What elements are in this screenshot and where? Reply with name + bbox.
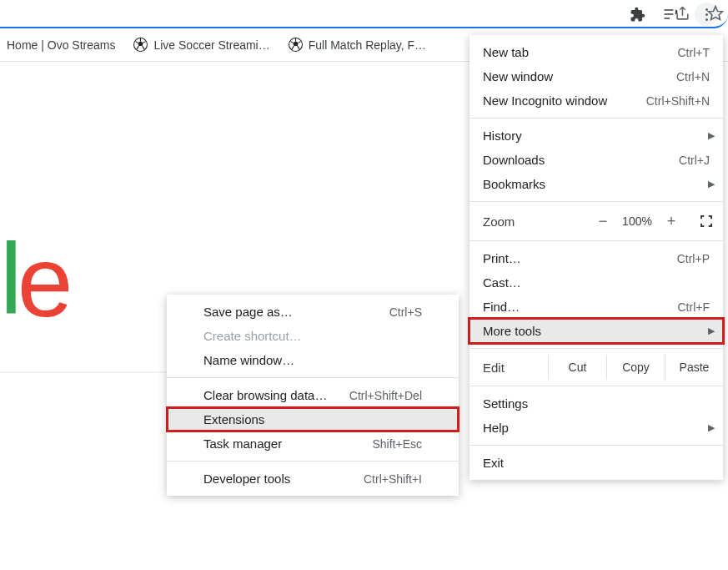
separator — [469, 386, 723, 386]
menu-label: Save page as… — [203, 305, 293, 319]
bookmark-label: Home | Ovo Streams — [7, 38, 115, 52]
shortcut: Ctrl+P — [677, 252, 710, 265]
menu-label: Edit — [483, 361, 505, 375]
chevron-right-icon: ▶ — [708, 130, 715, 141]
menu-label: Help — [483, 421, 509, 435]
bookmark-item[interactable]: Full Match Replay, F… — [289, 38, 426, 52]
menu-bookmarks[interactable]: Bookmarks ▶ — [469, 172, 723, 196]
menu-label: More tools — [483, 324, 541, 338]
separator — [469, 240, 723, 241]
separator — [167, 461, 459, 462]
menu-label: Find… — [483, 300, 520, 314]
menu-settings[interactable]: Settings — [469, 391, 723, 416]
shortcut: Shift+Esc — [372, 437, 422, 451]
menu-new-incognito[interactable]: New Incognito window Ctrl+Shift+N — [469, 88, 723, 113]
submenu-extensions[interactable]: Extensions — [167, 407, 459, 431]
zoom-in-button[interactable]: + — [658, 213, 685, 230]
menu-label: Print… — [483, 251, 521, 265]
menu-label: New window — [483, 69, 553, 83]
menu-label: Developer tools — [203, 472, 290, 486]
soccer-icon — [289, 38, 303, 52]
bookmark-item[interactable]: Home | Ovo Streams — [7, 38, 115, 52]
edit-copy-button[interactable]: Copy — [606, 355, 665, 380]
bookmark-label: Live Soccer Streami… — [153, 38, 269, 52]
separator — [469, 118, 723, 119]
zoom-value: 100% — [616, 214, 658, 228]
separator — [469, 348, 723, 349]
submenu-task-manager[interactable]: Task manager Shift+Esc — [167, 431, 459, 456]
shortcut: Ctrl+J — [679, 154, 710, 167]
submenu-create-shortcut: Create shortcut… — [167, 324, 459, 348]
more-tools-submenu: Save page as… Ctrl+S Create shortcut… Na… — [167, 295, 459, 496]
menu-downloads[interactable]: Downloads Ctrl+J — [469, 148, 723, 172]
chevron-right-icon: ▶ — [708, 179, 715, 189]
shortcut: Ctrl+F — [678, 300, 710, 314]
menu-label: New tab — [483, 45, 529, 59]
shortcut: Ctrl+N — [676, 70, 710, 83]
menu-new-tab[interactable]: New tab Ctrl+T — [469, 40, 723, 64]
menu-label: Exit — [483, 456, 504, 470]
menu-label: Bookmarks — [483, 177, 545, 191]
menu-help[interactable]: Help ▶ — [469, 416, 723, 440]
menu-cast[interactable]: Cast… — [469, 270, 723, 295]
star-icon[interactable] — [706, 4, 725, 23]
menu-label: Downloads — [483, 153, 545, 167]
separator — [469, 445, 723, 446]
shortcut: Ctrl+Shift+N — [646, 94, 710, 108]
bookmark-label: Full Match Replay, F… — [309, 38, 426, 52]
submenu-clear-data[interactable]: Clear browsing data… Ctrl+Shift+Del — [167, 383, 459, 407]
logo-letter-e: e — [18, 225, 68, 337]
menu-zoom: Zoom − 100% + — [469, 207, 723, 235]
address-bar — [0, 0, 728, 28]
menu-label: Settings — [483, 396, 528, 411]
logo-letter-l: l — [0, 222, 18, 334]
share-icon[interactable] — [673, 4, 691, 23]
chevron-right-icon: ▶ — [708, 422, 715, 433]
menu-label: Name window… — [203, 353, 294, 367]
submenu-save-page[interactable]: Save page as… Ctrl+S — [167, 300, 459, 324]
menu-new-window[interactable]: New window Ctrl+N — [469, 64, 723, 88]
separator — [469, 201, 723, 202]
menu-label: Task manager — [203, 436, 282, 451]
edit-cut-button[interactable]: Cut — [548, 355, 606, 380]
menu-exit[interactable]: Exit — [469, 451, 723, 475]
google-logo-fragment: le — [0, 224, 68, 339]
menu-print[interactable]: Print… Ctrl+P — [469, 246, 723, 270]
menu-label: Cast… — [483, 275, 521, 290]
submenu-name-window[interactable]: Name window… — [167, 348, 459, 372]
menu-history[interactable]: History ▶ — [469, 124, 723, 148]
shortcut: Ctrl+Shift+I — [364, 472, 422, 486]
separator — [167, 377, 459, 378]
main-menu: New tab Ctrl+T New window Ctrl+N New Inc… — [469, 35, 723, 480]
submenu-developer-tools[interactable]: Developer tools Ctrl+Shift+I — [167, 467, 459, 491]
menu-label: New Incognito window — [483, 93, 607, 108]
fullscreen-icon[interactable] — [700, 214, 713, 228]
edit-paste-button[interactable]: Paste — [665, 355, 723, 380]
menu-edit-row: Edit Cut Copy Paste — [469, 354, 723, 381]
menu-label: Create shortcut… — [203, 329, 302, 343]
svg-marker-0 — [709, 7, 723, 20]
menu-label: Clear browsing data… — [203, 388, 327, 402]
shortcut: Ctrl+Shift+Del — [349, 389, 422, 402]
shortcut: Ctrl+T — [678, 46, 710, 59]
shortcut: Ctrl+S — [389, 305, 422, 319]
bookmark-item[interactable]: Live Soccer Streami… — [133, 38, 269, 52]
menu-label: History — [483, 129, 522, 143]
menu-label: Extensions — [203, 412, 264, 426]
soccer-icon — [133, 38, 148, 52]
chevron-right-icon: ▶ — [708, 325, 715, 336]
menu-find[interactable]: Find… Ctrl+F — [469, 295, 723, 319]
menu-more-tools[interactable]: More tools ▶ — [469, 319, 723, 343]
menu-label: Zoom — [483, 214, 515, 229]
zoom-out-button[interactable]: − — [590, 213, 616, 230]
